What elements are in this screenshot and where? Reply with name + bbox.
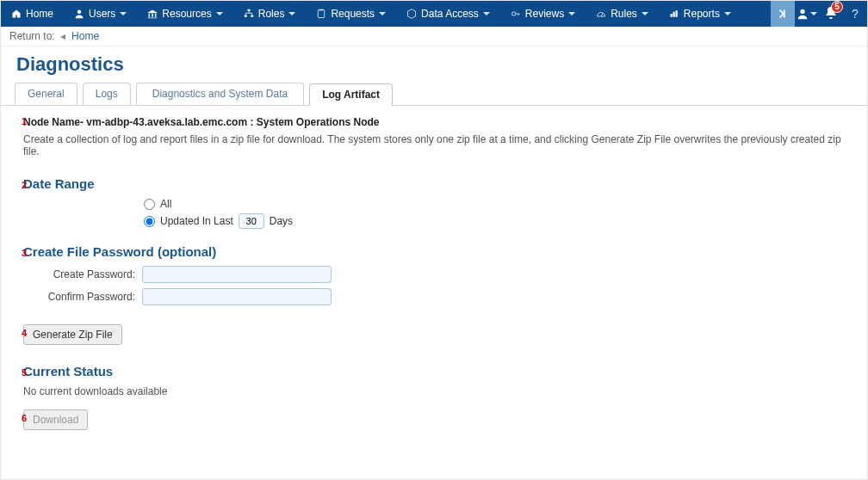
days-input[interactable] xyxy=(239,213,264,229)
breadcrumb: Return to: ◂ Home xyxy=(1,27,867,46)
breadcrumb-link-home[interactable]: Home xyxy=(71,30,99,42)
status-block: 5 Current Status No current downloads av… xyxy=(16,364,852,397)
nav-user-menu[interactable] xyxy=(795,1,819,27)
page-title: Diagnostics xyxy=(1,46,867,83)
chart-icon xyxy=(669,9,679,19)
nav-users[interactable]: Users xyxy=(64,1,137,27)
notification-badge: 5 xyxy=(831,1,843,13)
tab-bar: General Logs Diagnostics and System Data… xyxy=(1,83,867,106)
date-range-all-row: All xyxy=(144,198,852,210)
status-title: Current Status xyxy=(23,364,852,378)
days-suffix: Days xyxy=(270,215,293,227)
password-block: 3 Create File Password (optional) Create… xyxy=(16,244,852,305)
password-title: Create File Password (optional) xyxy=(23,244,852,259)
annotation-6: 6 xyxy=(22,413,27,423)
nav-dataaccess-label: Data Access xyxy=(421,8,479,20)
date-range-updated-label: Updated In Last xyxy=(160,215,233,227)
breadcrumb-prefix: Return to: xyxy=(9,30,55,42)
gauge-icon xyxy=(596,9,606,19)
nav-rules[interactable]: Rules xyxy=(586,1,659,27)
date-range-updated-radio[interactable] xyxy=(144,216,155,227)
nav-notifications[interactable]: 5 xyxy=(819,1,843,27)
svg-rect-9 xyxy=(675,10,677,17)
top-nav: Home Users Resources Roles Requests Data… xyxy=(1,1,867,27)
date-range-all-radio[interactable] xyxy=(144,199,155,210)
svg-rect-5 xyxy=(319,9,324,11)
svg-point-10 xyxy=(800,9,804,14)
cube-icon xyxy=(406,9,417,19)
chevron-down-icon xyxy=(379,12,386,15)
nav-requests-label: Requests xyxy=(331,8,375,20)
generate-zip-button[interactable]: Generate Zip File xyxy=(23,324,122,345)
nav-help[interactable]: ? xyxy=(843,1,867,27)
key-icon xyxy=(511,9,521,19)
tab-diagnostics-data[interactable]: Diagnostics and System Data xyxy=(136,83,304,105)
nav-reports[interactable]: Reports xyxy=(659,1,741,27)
user-icon xyxy=(74,9,84,19)
svg-point-0 xyxy=(78,10,82,15)
date-range-updated-row: Updated In Last Days xyxy=(144,213,852,229)
annotation-2: 2 xyxy=(22,180,27,190)
nav-overflow[interactable] xyxy=(771,1,795,27)
status-text: No current downloads available xyxy=(23,385,852,397)
chevron-down-icon xyxy=(120,12,127,15)
chevron-down-icon xyxy=(642,12,648,15)
annotation-4: 4 xyxy=(22,328,27,338)
chevron-down-icon xyxy=(288,12,295,15)
node-name-line: Node Name- vm-adbp-43.aveksa.lab.emc.com… xyxy=(23,116,852,128)
confirm-password-label: Confirm Password: xyxy=(23,291,135,303)
chevron-down-icon xyxy=(810,12,817,15)
nav-data-access[interactable]: Data Access xyxy=(396,1,500,27)
nav-reviews[interactable]: Reviews xyxy=(500,1,586,27)
svg-rect-4 xyxy=(319,10,326,18)
nav-right-tools: 5 ? xyxy=(771,1,867,27)
download-button[interactable]: Download xyxy=(23,409,88,430)
tab-logs[interactable]: Logs xyxy=(83,83,131,105)
download-block: 6 Download xyxy=(16,409,852,430)
node-info-block: 1 Node Name- vm-adbp-43.aveksa.lab.emc.c… xyxy=(16,116,852,157)
date-range-title: Date Range xyxy=(23,176,852,191)
svg-rect-7 xyxy=(670,14,672,17)
nav-reports-label: Reports xyxy=(684,8,720,20)
bank-icon xyxy=(147,9,158,19)
svg-rect-8 xyxy=(673,12,674,17)
svg-rect-2 xyxy=(244,15,246,17)
create-password-input[interactable] xyxy=(142,266,332,283)
nav-resources-label: Resources xyxy=(162,8,211,20)
tab-log-artifact[interactable]: Log Artifact xyxy=(309,83,393,106)
nav-resources[interactable]: Resources xyxy=(137,1,232,27)
create-password-label: Create Password: xyxy=(23,268,135,280)
generate-block: 4 Generate Zip File xyxy=(16,324,852,345)
nav-roles-label: Roles xyxy=(258,8,285,20)
chevron-down-icon xyxy=(724,12,731,15)
annotation-5: 5 xyxy=(22,367,27,378)
nav-reviews-label: Reviews xyxy=(525,8,564,20)
confirm-password-input[interactable] xyxy=(142,288,332,305)
nav-users-label: Users xyxy=(89,8,115,20)
help-icon: ? xyxy=(852,7,859,21)
annotation-1: 1 xyxy=(22,116,27,126)
chevron-down-icon xyxy=(568,12,575,15)
date-range-all-label: All xyxy=(160,198,171,210)
chevron-down-icon xyxy=(216,12,223,15)
org-icon xyxy=(244,9,254,19)
home-icon xyxy=(11,9,22,19)
nav-home[interactable]: Home xyxy=(1,1,64,27)
nav-home-label: Home xyxy=(26,8,53,20)
node-description: Create a collection of log and report fi… xyxy=(23,133,852,157)
chevron-down-icon xyxy=(483,12,490,15)
clipboard-icon xyxy=(316,9,326,19)
svg-rect-3 xyxy=(251,15,253,17)
breadcrumb-sep-icon: ◂ xyxy=(58,30,69,42)
svg-rect-1 xyxy=(247,9,250,11)
nav-roles[interactable]: Roles xyxy=(233,1,307,27)
date-range-block: 2 Date Range All Updated In Last Days xyxy=(16,176,852,229)
tab-general[interactable]: General xyxy=(15,83,78,105)
nav-rules-label: Rules xyxy=(611,8,637,20)
content-area: 1 Node Name- vm-adbp-43.aveksa.lab.emc.c… xyxy=(1,106,867,452)
nav-requests[interactable]: Requests xyxy=(306,1,396,27)
svg-point-6 xyxy=(512,12,516,16)
annotation-3: 3 xyxy=(22,248,27,258)
